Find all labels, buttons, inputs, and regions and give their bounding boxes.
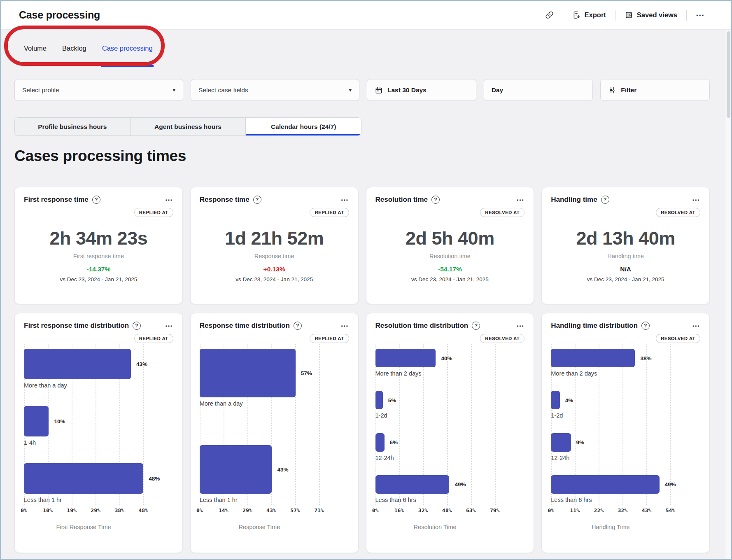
x-axis-tick: 32% bbox=[618, 507, 627, 513]
card-menu-icon[interactable]: ⋯ bbox=[692, 322, 700, 330]
bar-row: 10%1-4h bbox=[24, 406, 143, 446]
metric-value: 2d 5h 40m bbox=[375, 228, 525, 249]
distribution-chart-card: Handling time distribution ? ⋯ RESOLVED … bbox=[541, 313, 710, 553]
bar-chart: 57%More than a day43%Less than 1 hr 0%14… bbox=[200, 349, 349, 544]
tab-profile-business-hours[interactable]: Profile business hours bbox=[15, 118, 131, 135]
card-title: Resolution time distribution bbox=[375, 322, 469, 330]
scrollbar-track bbox=[725, 30, 731, 559]
metric-card: First response time ? ⋯ REPLIED AT 2h 34… bbox=[14, 187, 183, 304]
export-button[interactable]: Export bbox=[572, 11, 606, 19]
metric-caption: Response time bbox=[200, 253, 349, 259]
scrollbar-thumb[interactable] bbox=[727, 31, 730, 118]
card-menu-icon[interactable]: ⋯ bbox=[165, 196, 173, 204]
tab-volume[interactable]: Volume bbox=[24, 30, 47, 67]
tab-calendar-hours[interactable]: Calendar hours (24/7) bbox=[246, 118, 361, 135]
distribution-chart-card: Resolution time distribution ? ⋯ RESOLVE… bbox=[366, 313, 534, 553]
distribution-chart-card: Response time distribution ? ⋯ REPLIED A… bbox=[190, 313, 359, 553]
tab-case-processing[interactable]: Case processing bbox=[102, 30, 153, 67]
granularity-button[interactable]: Day bbox=[484, 79, 593, 101]
filter-button[interactable]: Filter bbox=[600, 79, 710, 101]
select-case-fields-dropdown[interactable]: Select case fields ▾ bbox=[191, 79, 359, 101]
bar-row: 48%Less than 1 hr bbox=[24, 463, 143, 503]
help-icon[interactable]: ? bbox=[601, 196, 609, 204]
bar-value-label: 48% bbox=[149, 476, 160, 482]
help-icon[interactable]: ? bbox=[641, 322, 650, 330]
metric-card: Response time ? ⋯ REPLIED AT 1d 21h 52m … bbox=[190, 187, 359, 304]
bar-row: 38%More than 2 days bbox=[551, 349, 670, 377]
card-menu-icon[interactable]: ⋯ bbox=[341, 196, 349, 204]
bar-value-label: 9% bbox=[576, 439, 585, 446]
bar-category-label: 1-2d bbox=[551, 412, 670, 419]
bar-value-label: 38% bbox=[640, 355, 651, 361]
bar-chart: 43%More than a day10%1-4h48%Less than 1 … bbox=[24, 349, 173, 544]
bar-row: 6%12-24h bbox=[375, 433, 495, 461]
plot-area: 40%More than 2 days5%1-2d6%12-24h49%Less… bbox=[375, 349, 495, 503]
card-menu-icon[interactable]: ⋯ bbox=[516, 196, 525, 204]
metric-delta: -54.17% bbox=[375, 266, 525, 273]
tab-backlog[interactable]: Backlog bbox=[62, 30, 86, 67]
more-options-icon[interactable]: ⋯ bbox=[696, 11, 705, 19]
x-axis-tick: 32% bbox=[418, 507, 428, 513]
date-range-button[interactable]: Last 30 Days bbox=[367, 79, 476, 101]
metric-delta: +0.13% bbox=[200, 266, 349, 273]
bar-row: 43%More than a day bbox=[24, 349, 143, 389]
help-icon[interactable]: ? bbox=[294, 322, 302, 330]
card-title: Resolution time bbox=[375, 196, 428, 204]
chart-cards-row: First response time distribution ? ⋯ REP… bbox=[14, 313, 710, 553]
tab-agent-business-hours[interactable]: Agent business hours bbox=[131, 118, 246, 135]
link-icon bbox=[545, 11, 554, 19]
bar-row: 43%Less than 1 hr bbox=[200, 445, 319, 503]
divider bbox=[563, 10, 563, 21]
bar-category-label: 1-2d bbox=[375, 412, 495, 419]
distribution-chart-card: First response time distribution ? ⋯ REP… bbox=[14, 313, 183, 553]
help-icon[interactable]: ? bbox=[431, 196, 440, 204]
x-axis-title: Handling Time bbox=[551, 524, 670, 530]
x-axis-tick: 43% bbox=[266, 507, 276, 513]
bar bbox=[551, 475, 659, 494]
x-axis-tick: 48% bbox=[138, 507, 148, 513]
x-axis-tick: 14% bbox=[219, 507, 228, 513]
card-header: Resolution time ? ⋯ bbox=[375, 196, 525, 204]
header-actions: Export Saved views ⋯ bbox=[545, 10, 705, 21]
card-menu-icon[interactable]: ⋯ bbox=[692, 196, 700, 204]
section-title: Cases processing times bbox=[14, 147, 731, 165]
copy-link-button[interactable] bbox=[545, 11, 554, 19]
select-profile-dropdown[interactable]: Select profile ▾ bbox=[14, 79, 183, 101]
x-axis-tick: 48% bbox=[442, 507, 452, 513]
card-menu-icon[interactable]: ⋯ bbox=[165, 322, 173, 330]
x-axis-title: Resolution Time bbox=[375, 524, 495, 530]
x-axis-tick: 71% bbox=[314, 507, 324, 513]
help-icon[interactable]: ? bbox=[472, 322, 480, 330]
help-icon[interactable]: ? bbox=[133, 322, 141, 330]
metric-cards-row: First response time ? ⋯ REPLIED AT 2h 34… bbox=[14, 187, 710, 304]
bar-row: 49%Less than 6 hrs bbox=[551, 475, 670, 503]
business-hours-tabs: Profile business hours Agent business ho… bbox=[14, 117, 361, 136]
card-menu-icon[interactable]: ⋯ bbox=[516, 322, 525, 330]
help-icon[interactable]: ? bbox=[92, 196, 100, 204]
x-axis-tick: 29% bbox=[91, 507, 100, 513]
bar-category-label: More than a day bbox=[24, 382, 143, 389]
bar bbox=[375, 349, 436, 367]
x-axis-tick: 16% bbox=[394, 507, 404, 513]
saved-views-button[interactable]: Saved views bbox=[625, 11, 677, 19]
card-title: Response time bbox=[200, 196, 249, 204]
x-axis-tick: 0% bbox=[548, 507, 554, 513]
bar-row: 5%1-2d bbox=[375, 391, 495, 419]
help-icon[interactable]: ? bbox=[253, 196, 261, 204]
bar bbox=[24, 349, 131, 379]
card-title: Response time distribution bbox=[200, 322, 290, 330]
x-axis-tick: 11% bbox=[570, 507, 580, 513]
x-axis-ticks: 0%14%29%43%57%71% bbox=[200, 507, 319, 516]
card-title: First response time bbox=[24, 196, 89, 204]
status-badge: REPLIED AT bbox=[310, 208, 349, 217]
comparison-period: vs Dec 23, 2024 - Jan 21, 2025 bbox=[200, 276, 349, 282]
bar-value-label: 43% bbox=[136, 361, 147, 367]
x-axis-tick: 10% bbox=[43, 507, 52, 513]
plot-area: 57%More than a day43%Less than 1 hr bbox=[200, 349, 319, 503]
x-axis-tick: 54% bbox=[666, 507, 675, 513]
comparison-period: vs Dec 23, 2024 - Jan 21, 2025 bbox=[375, 276, 525, 282]
card-menu-icon[interactable]: ⋯ bbox=[341, 322, 349, 330]
bar-chart: 40%More than 2 days5%1-2d6%12-24h49%Less… bbox=[375, 349, 525, 544]
bar-row: 57%More than a day bbox=[200, 349, 319, 407]
bar-row: 49%Less than 6 hrs bbox=[375, 475, 495, 503]
